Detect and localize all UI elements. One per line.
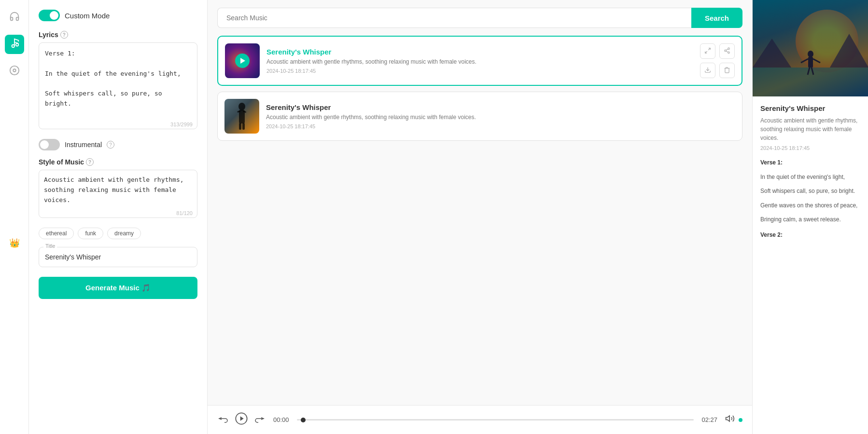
lyrics-heading-2: Verse 2: [760, 230, 860, 241]
song-thumb-1 [225, 43, 260, 78]
style-wrapper: Acoustic ambient with gentle rhythms, so… [39, 170, 197, 220]
instrumental-row: Instrumental ? [39, 139, 197, 150]
sidebar-icon-panel: 👑 [0, 0, 29, 434]
song-card-2: Serenity's Whisper Acoustic ambient with… [217, 92, 742, 141]
main-content: Search Serenity's Whisper Acoustic ambie… [208, 0, 752, 434]
song-info-2: Serenity's Whisper Acoustic ambient with… [266, 103, 735, 129]
left-panel: Custom Mode Lyrics ? Verse 1: In the qui… [29, 0, 208, 434]
tag-funk[interactable]: funk [78, 228, 103, 239]
volume-section [725, 414, 742, 426]
sidebar-item-crown[interactable]: 👑 [5, 233, 24, 253]
songs-list: Serenity's Whisper Acoustic ambient with… [208, 36, 752, 405]
song-desc-1: Acoustic ambient with gentle rhythms, so… [266, 58, 693, 66]
svg-line-2 [14, 42, 18, 43]
lyrics-line-3: Gentle waves on the shores of peace, [760, 201, 860, 211]
svg-marker-21 [726, 416, 730, 421]
rewind-icon [217, 413, 229, 427]
svg-point-26 [808, 51, 813, 57]
custom-mode-row: Custom Mode [39, 10, 197, 21]
svg-rect-17 [239, 123, 241, 130]
lyrics-char-count: 313/2999 [170, 122, 193, 127]
instrumental-label: Instrumental [65, 141, 102, 149]
sidebar-item-music[interactable] [5, 35, 24, 54]
search-input[interactable] [217, 8, 691, 28]
volume-icon[interactable] [725, 414, 735, 426]
delete-icon [724, 67, 730, 75]
play-overlay-1 [225, 43, 260, 78]
title-section: Title [39, 247, 197, 267]
search-button[interactable]: Search [691, 8, 742, 28]
song-desc-2: Acoustic ambient with gentle rhythms, so… [266, 113, 735, 122]
crown-icon: 👑 [9, 238, 20, 248]
svg-point-13 [238, 103, 245, 110]
music-note-icon [9, 38, 20, 51]
right-panel-content: Serenity's Whisper Acoustic ambient with… [753, 96, 868, 252]
progress-indicator [301, 418, 306, 422]
action-row-bottom-1 [700, 63, 735, 78]
song-date-2: 2024-10-25 18:17:45 [266, 123, 735, 129]
instrumental-toggle[interactable] [39, 139, 60, 150]
lyrics-help-icon[interactable]: ? [60, 31, 68, 39]
svg-point-1 [15, 43, 18, 46]
song-title-2: Serenity's Whisper [266, 103, 735, 111]
svg-rect-18 [242, 123, 245, 130]
bottom-player: 00:00 02:27 [208, 405, 752, 434]
svg-rect-27 [808, 57, 813, 68]
action-row-top-1 [700, 43, 735, 59]
title-label: Title [43, 243, 57, 249]
cover-background-svg [753, 0, 868, 96]
generate-music-button[interactable]: Generate Music 🎵 [39, 277, 197, 299]
player-progress-bar[interactable] [297, 419, 694, 420]
expand-button-1[interactable] [700, 43, 715, 59]
play-pause-icon [235, 412, 248, 428]
download-button-1[interactable] [700, 63, 715, 78]
search-bar: Search [208, 0, 752, 36]
play-button-1[interactable] [235, 54, 250, 68]
style-label: Style of Music ? [39, 158, 197, 166]
custom-mode-toggle[interactable] [39, 10, 60, 21]
right-panel-cover-image [753, 0, 868, 96]
share-icon [724, 47, 730, 55]
player-time-end: 02:27 [701, 416, 717, 423]
svg-point-7 [728, 48, 730, 50]
svg-line-6 [705, 51, 707, 53]
song-card-1: Serenity's Whisper Acoustic ambient with… [217, 36, 742, 86]
forward-button[interactable] [254, 413, 266, 427]
svg-rect-23 [753, 68, 868, 96]
play-pause-button[interactable] [235, 412, 248, 428]
custom-mode-label: Custom Mode [65, 12, 110, 20]
song-actions-1 [700, 43, 735, 78]
svg-marker-20 [240, 416, 244, 420]
tag-ethereal[interactable]: ethereal [39, 228, 74, 239]
svg-line-5 [708, 48, 710, 50]
download-icon [704, 67, 711, 75]
share-button-1[interactable] [719, 43, 735, 59]
rewind-button[interactable] [217, 413, 229, 427]
lyrics-label: Lyrics ? [39, 31, 197, 39]
lyrics-textarea[interactable]: Verse 1: In the quiet of the evening's l… [39, 42, 197, 129]
delete-button-1[interactable] [719, 63, 735, 78]
song-date-1: 2024-10-25 18:17:45 [266, 68, 693, 74]
title-input[interactable] [39, 247, 197, 267]
sidebar-item-headphones[interactable] [5, 8, 24, 27]
svg-point-3 [10, 66, 18, 74]
play-triangle-icon [240, 58, 245, 64]
title-input-wrapper: Title [39, 247, 197, 267]
volume-indicator [739, 418, 742, 422]
sidebar-item-record[interactable] [5, 62, 24, 81]
svg-point-4 [13, 69, 16, 72]
style-help-icon[interactable]: ? [86, 158, 94, 166]
instrumental-help-icon[interactable]: ? [107, 141, 114, 149]
song-info-1: Serenity's Whisper Acoustic ambient with… [266, 48, 693, 74]
style-textarea[interactable]: Acoustic ambient with gentle rhythms, so… [39, 170, 197, 218]
right-panel-song-desc: Acoustic ambient with gentle rhythms, so… [760, 116, 860, 142]
lyrics-wrapper: Verse 1: In the quiet of the evening's l… [39, 42, 197, 131]
right-panel-lyrics: Verse 1: In the quiet of the evening's l… [760, 158, 860, 241]
right-panel-song-date: 2024-10-25 18:17:45 [760, 145, 860, 151]
style-section: Style of Music ? Acoustic ambient with g… [39, 158, 197, 220]
tag-dreamy[interactable]: dreamy [107, 228, 141, 239]
lyrics-line-4: Bringing calm, a sweet release. [760, 215, 860, 225]
silhouette-svg [235, 102, 249, 131]
right-panel: Serenity's Whisper Acoustic ambient with… [752, 0, 868, 434]
lyrics-line-2: Soft whispers call, so pure, so bright. [760, 186, 860, 197]
